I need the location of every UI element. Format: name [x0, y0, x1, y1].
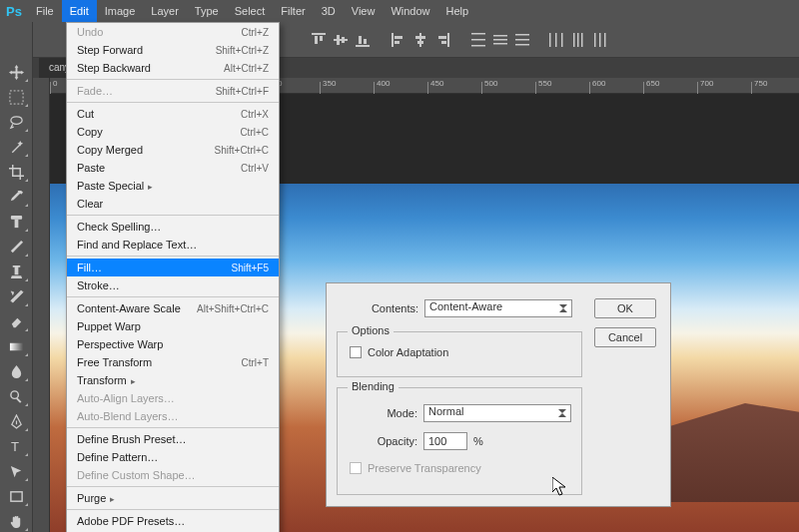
contents-value: Content-Aware [429, 300, 502, 312]
align-hcenter-icon[interactable] [411, 31, 429, 49]
contents-label: Contents: [367, 302, 418, 314]
menu-item-fill[interactable]: Fill…Shift+F5 [67, 259, 279, 276]
marquee-tool[interactable] [3, 87, 29, 108]
menu-image[interactable]: Image [97, 0, 144, 22]
menu-item-copy-merged[interactable]: Copy MergedShift+Ctrl+C [67, 141, 279, 159]
menu-item-copy[interactable]: CopyCtrl+C [67, 123, 279, 141]
svg-rect-32 [581, 33, 583, 47]
menu-item-perspective-warp[interactable]: Perspective Warp [67, 335, 279, 353]
menu-item-auto-align-layers: Auto-Align Layers… [67, 389, 279, 407]
svg-rect-5 [342, 37, 345, 43]
svg-point-40 [10, 391, 18, 399]
distribute-top-icon[interactable] [469, 31, 487, 49]
cancel-button[interactable]: Cancel [594, 327, 656, 347]
svg-rect-39 [9, 343, 22, 351]
svg-rect-16 [438, 36, 446, 39]
menu-item-find-and-replace-text[interactable]: Find and Replace Text… [67, 236, 279, 254]
gradient-tool[interactable] [3, 336, 29, 357]
svg-rect-12 [419, 33, 421, 47]
menu-item-free-transform[interactable]: Free TransformCtrl+T [67, 353, 279, 371]
align-bottom-icon[interactable] [354, 31, 372, 49]
menu-view[interactable]: View [344, 0, 384, 22]
menu-item-fade: Fade…Shift+Ctrl+F [67, 82, 279, 100]
svg-rect-0 [312, 33, 326, 35]
distribute-hcenter-icon[interactable] [569, 31, 587, 49]
menu-help[interactable]: Help [438, 0, 477, 22]
menu-item-puppet-warp[interactable]: Puppet Warp [67, 317, 279, 335]
svg-rect-17 [441, 41, 446, 44]
menu-item-step-forward[interactable]: Step ForwardShift+Ctrl+Z [67, 41, 279, 59]
path-selection-tool[interactable] [3, 461, 29, 482]
magic-wand-tool[interactable] [3, 137, 29, 158]
blending-legend: Blending [348, 380, 399, 392]
dodge-tool[interactable] [3, 386, 29, 407]
menu-item-cut[interactable]: CutCtrl+X [67, 105, 279, 123]
distribute-vcenter-icon[interactable] [491, 31, 509, 49]
menu-item-stroke[interactable]: Stroke… [67, 276, 279, 294]
menu-layer[interactable]: Layer [143, 0, 187, 22]
opacity-unit: % [473, 435, 483, 447]
color-adaptation-checkbox[interactable] [350, 346, 362, 358]
blending-fieldset: Blending Mode: Normal Opacity: 100 % Pre… [337, 387, 582, 495]
distribute-left-icon[interactable] [547, 31, 565, 49]
contents-select[interactable]: Content-Aware [424, 299, 572, 317]
menu-item-adobe-pdf-presets[interactable]: Adobe PDF Presets… [67, 512, 279, 530]
svg-rect-18 [471, 33, 485, 35]
crop-tool[interactable] [3, 162, 29, 183]
menu-item-clear[interactable]: Clear [67, 195, 279, 213]
align-right-icon[interactable] [433, 31, 451, 49]
svg-rect-29 [561, 33, 563, 47]
svg-rect-4 [337, 35, 340, 45]
preserve-transparency-checkbox [350, 462, 362, 474]
vertical-ruler [33, 78, 50, 532]
menu-item-paste[interactable]: PasteCtrl+V [67, 159, 279, 177]
svg-rect-11 [395, 41, 400, 44]
svg-rect-2 [320, 36, 323, 41]
menu-item-check-spelling[interactable]: Check Spelling… [67, 218, 279, 236]
hand-tool[interactable] [3, 511, 29, 532]
mode-label: Mode: [374, 407, 417, 419]
clone-stamp-tool[interactable] [3, 262, 29, 282]
history-brush-tool[interactable] [3, 286, 29, 307]
menu-item-purge[interactable]: Purge [67, 489, 279, 507]
menu-window[interactable]: Window [383, 0, 437, 22]
menu-item-define-pattern[interactable]: Define Pattern… [67, 448, 279, 466]
menu-item-paste-special[interactable]: Paste Special [67, 177, 279, 195]
brush-tool[interactable] [3, 237, 29, 258]
shape-tool[interactable] [3, 486, 29, 507]
menu-select[interactable]: Select [227, 0, 274, 22]
svg-rect-3 [334, 39, 348, 41]
eyedropper-tool[interactable] [3, 187, 29, 208]
svg-rect-1 [315, 36, 318, 44]
menu-item-define-brush-preset[interactable]: Define Brush Preset… [67, 430, 279, 448]
pen-tool[interactable] [3, 411, 29, 432]
distribute-right-icon[interactable] [591, 31, 609, 49]
lasso-tool[interactable] [3, 112, 29, 133]
align-vcenter-icon[interactable] [332, 31, 350, 49]
align-left-icon[interactable] [390, 31, 407, 49]
distribute-bottom-icon[interactable] [513, 31, 531, 49]
menu-3d[interactable]: 3D [314, 0, 344, 22]
type-tool[interactable]: T [3, 436, 29, 457]
move-tool[interactable] [3, 62, 29, 83]
menu-item-auto-blend-layers: Auto-Blend Layers… [67, 407, 279, 425]
eraser-tool[interactable] [3, 311, 29, 332]
align-top-icon[interactable] [310, 31, 328, 49]
edit-menu-dropdown: UndoCtrl+ZStep ForwardShift+Ctrl+ZStep B… [66, 22, 280, 532]
color-adaptation-label: Color Adaptation [368, 346, 448, 358]
svg-rect-41 [16, 397, 21, 402]
menu-type[interactable]: Type [187, 0, 227, 22]
ok-button[interactable]: OK [594, 298, 656, 318]
menu-file[interactable]: File [28, 0, 62, 22]
menu-item-content-aware-scale[interactable]: Content-Aware ScaleAlt+Shift+Ctrl+C [67, 299, 279, 317]
menu-item-transform[interactable]: Transform [67, 371, 279, 389]
svg-rect-43 [10, 492, 21, 501]
opacity-input[interactable]: 100 [423, 432, 467, 450]
menu-item-step-backward[interactable]: Step BackwardAlt+Ctrl+Z [67, 59, 279, 77]
svg-rect-9 [392, 33, 394, 47]
menu-edit[interactable]: Edit [62, 0, 97, 22]
blur-tool[interactable] [3, 361, 29, 382]
menu-filter[interactable]: Filter [273, 0, 313, 22]
mode-select[interactable]: Normal [423, 404, 571, 422]
healing-brush-tool[interactable] [3, 212, 29, 233]
